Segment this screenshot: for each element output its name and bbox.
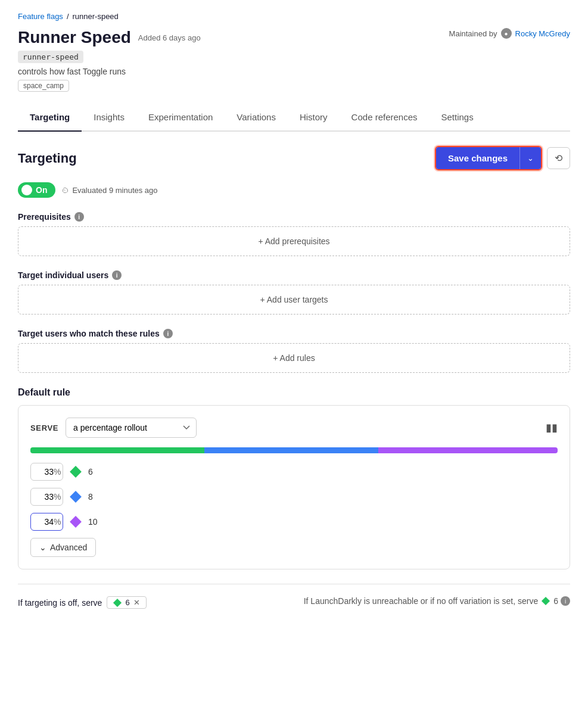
diamond-green-0 [70,466,82,478]
serve-select[interactable]: a percentage rollout true false [66,418,197,438]
footer-left: If targeting is off, serve 6 ✕ [18,596,147,609]
prerequisites-section: Prerequisites i + Add prerequisites [18,212,570,256]
footer-off-label: If targeting is off, serve [18,598,102,608]
rule-box: SERVE a percentage rollout true false ▮▮ [18,405,570,569]
variation-num-2: 10 [88,517,98,527]
evaluated-text: ⏲ Evaluated 9 minutes ago [61,186,157,195]
add-rules-label: + Add rules [273,353,315,363]
header-left: Runner Speed Added 6 days ago runner-spe… [18,28,201,92]
chevron-down-icon: ⌄ [39,543,46,552]
maintained-by-label: Maintained by [449,29,497,38]
add-rules-box[interactable]: + Add rules [18,343,570,373]
target-rules-label: Target users who match these rules [18,329,160,338]
signal-icon: ⏲ [61,186,69,195]
breadcrumb-parent-link[interactable]: Feature flags [18,12,63,21]
serve-row: SERVE a percentage rollout true false ▮▮ [30,418,558,438]
prerequisites-label-row: Prerequisites i [18,212,570,222]
add-user-targets-box[interactable]: + Add user targets [18,285,570,315]
save-changes-group: Save changes ⌄ ⟲ [435,146,570,170]
add-prerequisites-box[interactable]: + Add prerequisites [18,226,570,256]
save-changes-dropdown-button[interactable]: ⌄ [519,147,541,169]
tab-experimentation[interactable]: Experimentation [136,104,225,132]
tab-insights[interactable]: Insights [82,104,136,132]
pct-input-2: % [30,513,63,531]
target-users-info-icon[interactable]: i [112,270,122,280]
description: controls how fast Toggle runs [18,67,201,76]
tabs-nav: Targeting Insights Experimentation Varia… [18,104,570,132]
tab-settings[interactable]: Settings [430,104,486,132]
maintainer-link[interactable]: Rocky McGredy [515,29,570,38]
footer-off-variation: 6 [125,598,129,607]
add-user-targets-label: + Add user targets [260,295,328,304]
breadcrumb-separator: / [67,12,69,21]
rollout-row-2: % 10 [30,513,558,531]
advanced-button[interactable]: ⌄ Advanced [30,538,96,557]
footer-off-remove-button[interactable]: ✕ [132,598,141,607]
default-rule-section: Default rule SERVE a percentage rollout … [18,387,570,569]
page-header: Runner Speed Added 6 days ago runner-spe… [18,28,570,92]
tab-variations[interactable]: Variations [225,104,288,132]
variation-num-1: 8 [88,492,93,502]
toggle-on[interactable]: On [18,182,55,198]
toggle-status-label: On [36,185,47,195]
prerequisites-label: Prerequisites [18,212,71,222]
progress-seg-green [30,447,204,453]
add-prerequisites-label: + Add prerequisites [258,236,329,246]
tab-history[interactable]: History [288,104,340,132]
pct-input-0: % [30,463,63,481]
refresh-button[interactable]: ⟲ [547,147,570,169]
breadcrumb-current: runner-speed [73,12,119,21]
footer-bar: If targeting is off, serve 6 ✕ If Launch… [18,584,570,609]
breadcrumb: Feature flags / runner-speed [18,12,570,21]
footer-right: If LaunchDarkly is unreachable or if no … [304,596,570,606]
content-area: Targeting Save changes ⌄ ⟲ On ⏲ Evaluate… [18,132,570,609]
target-users-label-row: Target individual users i [18,270,570,280]
footer-unreachable-variation: 6 [553,596,558,606]
tag-badge: space_camp [18,80,69,92]
advanced-label: Advanced [50,543,87,552]
default-rule-title: Default rule [18,387,570,398]
pct-field-1[interactable] [36,492,54,502]
pct-field-0[interactable] [36,467,54,477]
progress-bar [30,447,558,453]
header-title-row: Runner Speed Added 6 days ago [18,28,201,47]
prerequisites-info-icon[interactable]: i [74,212,84,222]
evaluated-label: Evaluated 9 minutes ago [72,186,157,195]
chart-icon: ▮▮ [546,421,558,434]
target-rules-label-row: Target users who match these rules i [18,329,570,338]
target-users-label: Target individual users [18,270,108,280]
pct-input-1: % [30,488,63,506]
tab-targeting[interactable]: Targeting [18,104,82,132]
progress-seg-blue [204,447,378,453]
save-changes-button[interactable]: Save changes [436,147,519,169]
footer-off-variation-chip: 6 ✕ [107,596,146,609]
rollout-row-0: % 6 [30,463,558,481]
diamond-blue-1 [70,491,82,503]
page-title: Runner Speed [18,28,131,47]
serve-label: SERVE [30,424,58,432]
save-changes-wrapper: Save changes ⌄ [435,146,542,170]
maintained-by: Maintained by ● Rocky McGredy [449,28,570,39]
target-users-section: Target individual users i + Add user tar… [18,270,570,315]
target-rules-info-icon[interactable]: i [163,329,173,338]
section-header: Targeting Save changes ⌄ ⟲ [18,146,570,170]
user-icon: ● [501,28,512,39]
toggle-circle [21,185,32,195]
footer-unreachable-info-icon[interactable]: i [561,596,570,606]
footer-diamond-green [113,598,122,606]
added-date: Added 6 days ago [138,33,201,42]
targeting-title: Targeting [18,151,77,166]
diamond-purple-2 [70,516,82,528]
pct-field-2[interactable] [36,517,54,527]
footer-unreachable-label: If LaunchDarkly is unreachable or if no … [304,596,539,606]
progress-seg-purple [378,447,558,453]
rollout-row-1: % 8 [30,488,558,506]
status-row: On ⏲ Evaluated 9 minutes ago [18,182,570,198]
footer-unreachable-diamond [542,597,550,605]
key-badge: runner-speed [18,51,83,63]
target-rules-section: Target users who match these rules i + A… [18,329,570,373]
variation-num-0: 6 [88,467,93,477]
tab-code-references[interactable]: Code references [340,104,430,132]
